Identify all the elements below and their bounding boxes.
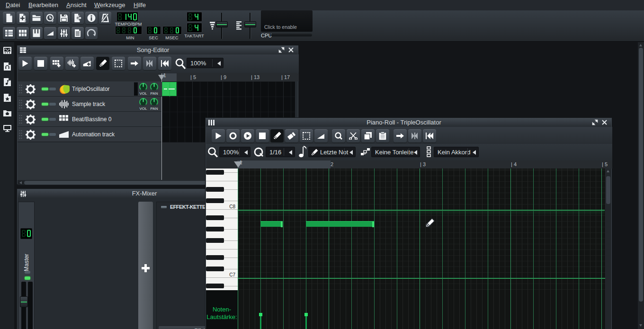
svg-text:C7: C7: [229, 272, 235, 277]
svg-text:C8: C8: [229, 204, 235, 209]
